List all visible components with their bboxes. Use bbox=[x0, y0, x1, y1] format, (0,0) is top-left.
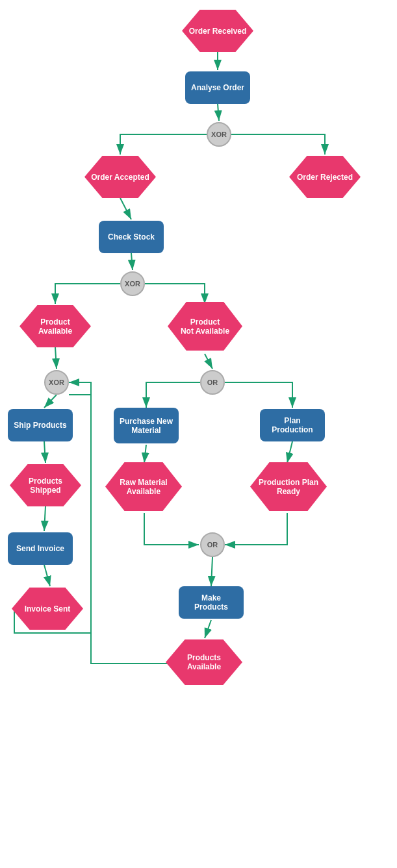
ship-products-node: Ship Products bbox=[8, 409, 73, 441]
order-accepted-node: Order Accepted bbox=[84, 156, 156, 198]
product-not-available-node: Product Not Available bbox=[168, 302, 242, 351]
products-available-node: Products Available bbox=[166, 639, 242, 685]
diagram-container: Order Received Analyse Order XOR Order A… bbox=[0, 0, 397, 868]
plan-production-node: Plan Production bbox=[260, 409, 325, 441]
svg-line-2 bbox=[218, 104, 219, 121]
products-shipped-node: Products Shipped bbox=[10, 464, 81, 506]
svg-line-12 bbox=[44, 565, 50, 586]
svg-line-13 bbox=[211, 557, 212, 586]
or1-gateway: OR bbox=[200, 370, 225, 395]
purchase-new-material-node: Purchase New Material bbox=[114, 408, 179, 443]
check-stock-node: Check Stock bbox=[99, 221, 164, 253]
production-plan-ready-node: Production Plan Ready bbox=[250, 462, 327, 511]
analyse-order-node: Analyse Order bbox=[185, 71, 250, 104]
order-rejected-node: Order Rejected bbox=[289, 156, 361, 198]
make-products-node: Make Products bbox=[179, 586, 244, 619]
svg-line-5 bbox=[55, 347, 57, 369]
svg-line-6 bbox=[205, 354, 212, 369]
svg-line-3 bbox=[120, 198, 131, 219]
xor3-gateway: XOR bbox=[44, 370, 69, 395]
svg-line-9 bbox=[144, 445, 146, 463]
invoice-sent-node: Invoice Sent bbox=[12, 588, 83, 630]
svg-line-7 bbox=[44, 395, 57, 408]
order-received-node: Order Received bbox=[182, 10, 253, 52]
svg-line-10 bbox=[287, 441, 292, 463]
send-invoice-node: Send Invoice bbox=[8, 532, 73, 565]
svg-line-14 bbox=[205, 620, 211, 638]
or2-gateway: OR bbox=[200, 532, 225, 557]
product-available-node: Product Available bbox=[19, 305, 91, 347]
svg-line-8 bbox=[44, 441, 45, 463]
svg-line-4 bbox=[131, 253, 133, 270]
xor2-gateway: XOR bbox=[120, 271, 145, 296]
xor1-gateway: XOR bbox=[207, 122, 231, 147]
svg-line-11 bbox=[44, 506, 45, 531]
raw-material-available-node: Raw Material Available bbox=[105, 462, 182, 511]
